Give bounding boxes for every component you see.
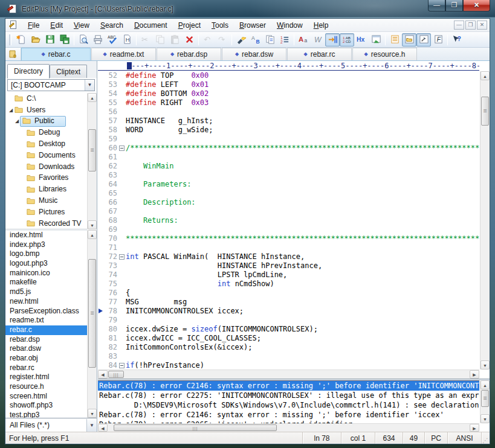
context-help-button[interactable]: ? — [450, 33, 464, 46]
fold-collapse-icon[interactable] — [119, 146, 125, 151]
tab-rebar.rc[interactable]: ◆rebar.rc — [287, 48, 352, 60]
output-vscrollbar[interactable]: ▲ ▼ — [480, 380, 490, 423]
file-item-index-html[interactable]: index.html — [5, 231, 97, 240]
tree-expand-icon[interactable]: ◢ — [14, 118, 20, 124]
tab-readme.txt[interactable]: ◆readme.txt — [91, 48, 156, 60]
code-view[interactable]: 52#define TOP 0x0053#define LEFT 0x0154#… — [98, 71, 479, 370]
menu-item-file[interactable]: File — [22, 19, 45, 31]
file-item-showoff-php3[interactable]: showoff.php3 — [5, 401, 97, 411]
code-line-82[interactable]: 82InitCommonControlsEx(&iccex); — [98, 343, 479, 352]
toolbar-grip[interactable] — [9, 34, 11, 45]
tab-resource.h[interactable]: ◆resource.h — [352, 48, 417, 60]
editor-vscrollbar[interactable]: ▲ ▼ — [480, 71, 490, 370]
scroll-left-icon[interactable]: ◀ — [98, 370, 108, 379]
output-hscroll-thumb[interactable] — [114, 424, 277, 431]
scroll-down-icon[interactable]: ▼ — [88, 409, 97, 418]
title-bar[interactable]: EditPlus [My Project] - [C:\Users\Public… — [0, 0, 495, 18]
file-item-test-php3[interactable]: test.php3 — [5, 411, 97, 418]
file-item-logo-bmp[interactable]: logo.bmp — [5, 249, 97, 259]
save-button[interactable] — [43, 33, 57, 46]
scroll-right-icon[interactable]: ▶ — [470, 424, 479, 432]
code-line-53[interactable]: 53#define LEFT 0x01 — [98, 80, 479, 89]
menu-item-edit[interactable]: Edit — [45, 19, 68, 31]
scroll-up-icon[interactable]: ▲ — [480, 71, 490, 80]
code-line-61[interactable]: 61 — [98, 153, 479, 162]
menu-item-search[interactable]: Search — [95, 19, 129, 31]
tree-item-debug[interactable]: Debug — [5, 127, 97, 138]
file-item-md5-js[interactable]: md5.js — [5, 287, 97, 297]
delete-button[interactable] — [182, 33, 196, 46]
code-line-64[interactable]: 64 Parameters: — [98, 180, 479, 189]
toggle-case-button[interactable]: Aa — [296, 33, 311, 46]
file-item-parseexception-class[interactable]: ParseException.class — [5, 307, 97, 316]
file-scrollbar[interactable]: ▲ ▼ — [87, 230, 97, 418]
replace-button[interactable]: AB — [248, 33, 263, 46]
tree-item-favorites[interactable]: Favorites — [5, 173, 97, 184]
editor-hscroll-thumb[interactable] — [108, 371, 124, 378]
file-item-register-html[interactable]: register.html — [5, 373, 97, 382]
mdi-close-button[interactable]: ✕ — [477, 21, 487, 30]
menu-item-project[interactable]: Project — [173, 19, 206, 31]
output-line-4[interactable]: Rebar.c(78) : error C2146: syntax error … — [98, 410, 479, 420]
file-item-mainicon-ico[interactable]: mainicon.ico — [5, 269, 97, 278]
save-all-button[interactable] — [57, 33, 72, 46]
output-scroll-thumb[interactable] — [481, 390, 489, 407]
code-line-68[interactable]: 68 Returns: — [98, 216, 479, 225]
scroll-up-icon[interactable]: ▲ — [88, 93, 97, 102]
menu-item-view[interactable]: View — [68, 19, 95, 31]
function-list-button[interactable]: F — [431, 33, 445, 46]
tree-item-c-[interactable]: C:\ — [5, 93, 97, 104]
file-item-rebar-obj[interactable]: rebar.obj — [5, 354, 97, 363]
tree-scroll-thumb[interactable] — [88, 129, 96, 171]
scroll-up-icon[interactable]: ▲ — [480, 380, 490, 389]
file-filter-selector[interactable]: All Files (*.*) ▼ — [5, 418, 97, 432]
menu-item-browser[interactable]: Browser — [234, 19, 271, 31]
file-item-rebar-dsw[interactable]: rebar.dsw — [5, 344, 97, 354]
menu-item-window[interactable]: Window — [271, 19, 308, 31]
sort-button[interactable]: 12 — [277, 33, 292, 46]
drive-selector[interactable]: [C:] BOOTCAMP ▼ — [7, 79, 95, 91]
output-window-button[interactable] — [416, 33, 431, 46]
menu-item-help[interactable]: Help — [308, 19, 334, 31]
tab-rebar.dsw[interactable]: ◆rebar.dsw — [222, 48, 286, 60]
tree-item-libraries[interactable]: Libraries — [5, 184, 97, 195]
file-item-new-html[interactable]: new.html — [5, 297, 97, 307]
code-line-75[interactable]: 75 int nCmdShow) — [98, 280, 479, 289]
close-button[interactable]: ✕ — [463, 0, 490, 11]
scroll-right-icon[interactable]: ▶ — [470, 370, 479, 379]
code-line-80[interactable]: 80iccex.dwSize = sizeof(INITCOMMONCONTRO… — [98, 325, 479, 334]
code-line-70[interactable]: 70**************************************… — [98, 234, 479, 243]
tree-item-users[interactable]: ◢Users — [5, 104, 97, 116]
fold-collapse-icon[interactable] — [119, 254, 125, 260]
fold-collapse-icon[interactable] — [119, 363, 125, 368]
code-line-71[interactable]: 71 — [98, 243, 479, 252]
find-in-files-button[interactable] — [263, 33, 277, 46]
code-line-67[interactable]: 67 — [98, 207, 479, 216]
tree-item-music[interactable]: Music — [5, 195, 97, 206]
file-item-screen-html[interactable]: screen.html — [5, 392, 97, 402]
code-line-76[interactable]: 76{ — [98, 289, 479, 298]
file-item-rebar-rc[interactable]: rebar.rc — [5, 363, 97, 373]
find-button[interactable] — [234, 33, 248, 46]
print-preview-button[interactable] — [76, 33, 91, 46]
line-numbers-button[interactable]: 1AB2CD — [340, 33, 354, 46]
file-item-rebar-dsp[interactable]: rebar.dsp — [5, 335, 97, 345]
scroll-down-icon[interactable]: ▼ — [480, 360, 490, 370]
code-line-81[interactable]: 81iccex.dwICC = ICC_COOL_CLASSES; — [98, 334, 479, 343]
code-line-79[interactable]: 79 — [98, 316, 479, 325]
output-line-1[interactable]: Rebar.c(78) : error C2146: syntax error … — [98, 381, 479, 391]
file-item-index-php3[interactable]: index.php3 — [5, 240, 97, 250]
scroll-down-icon[interactable]: ▼ — [88, 220, 97, 229]
tree-item-pictures[interactable]: Pictures — [5, 206, 97, 218]
code-line-83[interactable]: 83 — [98, 352, 479, 361]
file-item-readme-txt[interactable]: readme.txt — [5, 316, 97, 325]
show-tabs-button[interactable] — [325, 33, 340, 46]
code-line-78[interactable]: 78INITCOMMONCONTROLSEX iccex; — [98, 307, 479, 316]
file-item-makefile[interactable]: makefile — [5, 278, 97, 287]
code-line-72[interactable]: 72int PASCAL WinMain( HINSTANCE hInstanc… — [98, 252, 479, 261]
cliptext-window-button[interactable] — [387, 33, 402, 46]
mdi-restore-button[interactable]: ❐ — [465, 21, 476, 30]
code-line-57[interactable]: 57HINSTANCE g_hInst; — [98, 117, 479, 126]
tree-item-public[interactable]: ◢Public — [5, 116, 97, 127]
browser-preview-button[interactable] — [369, 33, 383, 46]
